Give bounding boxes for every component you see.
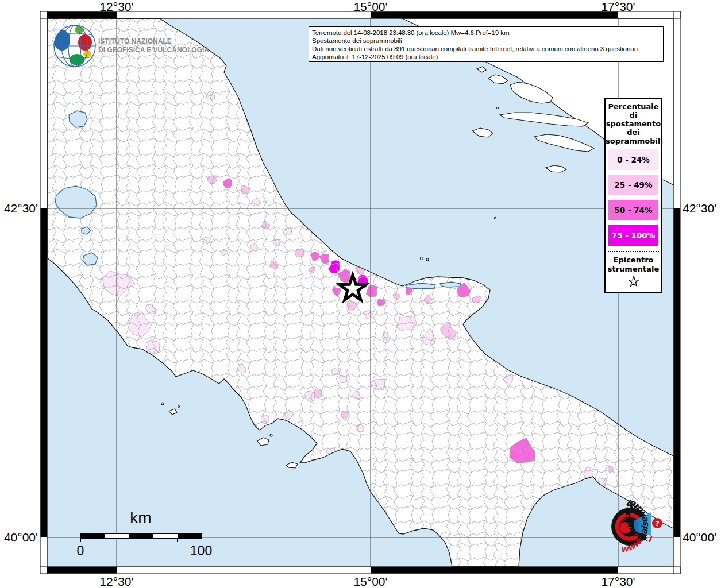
legend-epicenter-line2: strumentale [606, 265, 661, 274]
legend-swatch-75-100: 75 - 100% [608, 225, 658, 246]
legend-swatch-50-74: 50 - 74% [608, 200, 658, 220]
lon-label-bottom-1730: 17°30' [601, 575, 635, 588]
question-mark-icon: ? [655, 519, 660, 528]
info-line-source: Dati non verificati estratti da 891 ques… [312, 45, 660, 53]
legend-swatch-0-24: 0 - 24% [608, 149, 658, 170]
lat-label-left-4230: 42°30' [0, 202, 38, 215]
legend-epicenter-line1: Epicentro [606, 256, 661, 265]
legend-title-line: spostamento [606, 119, 661, 128]
scale-unit-label: km [130, 509, 151, 527]
legend-divider [608, 251, 659, 252]
scale-bar [80, 533, 202, 539]
lon-label-top-1500: 15°00' [353, 0, 387, 14]
lon-label-bottom-1500: 15°00' [353, 575, 387, 588]
lon-label-top-1730: 17°30' [601, 0, 635, 14]
info-line-topic: Spostamento dei soprammobili [312, 37, 660, 45]
legend-title-line: Percentuale [606, 102, 661, 111]
lon-label-bottom-1230: 12°30' [99, 575, 133, 588]
legend-title-line: dei [606, 128, 661, 137]
ingv-name-line2: DI GEOFISICA E VULCANOLOGIA [98, 46, 209, 54]
legend-title-line: soprammobili [606, 137, 661, 145]
lat-label-right-4230: 42°30' [683, 202, 716, 215]
earthquake-effects-map: ? www.haisentitoilterremoto.it [0, 0, 721, 588]
info-line-event: Terremoto del 14-08-2018 23:48:30 (ora l… [312, 29, 660, 37]
epicenter-star-icon [606, 276, 661, 288]
lat-label-right-4000: 40°00' [683, 531, 716, 544]
map-canvas: ? www.haisentitoilterremoto.it [0, 0, 721, 588]
scale-max-label: 100 [190, 543, 212, 559]
lon-label-top-1230: 12°30' [99, 0, 133, 14]
scale-min-label: 0 [77, 543, 84, 559]
lat-label-left-4000: 40°00' [0, 531, 38, 544]
legend-title-line: di [606, 111, 661, 119]
ingv-name-line1: ISTITUTO NAZIONALE [98, 37, 172, 45]
legend-box: Percentuale di spostamento dei soprammob… [604, 98, 662, 293]
earthquake-info-box: Terremoto del 14-08-2018 23:48:30 (ora l… [309, 26, 664, 62]
legend-swatch-25-49: 25 - 49% [608, 175, 658, 195]
info-line-updated: Aggiornato il: 17-12-2025 09:09 (ora loc… [312, 53, 660, 61]
